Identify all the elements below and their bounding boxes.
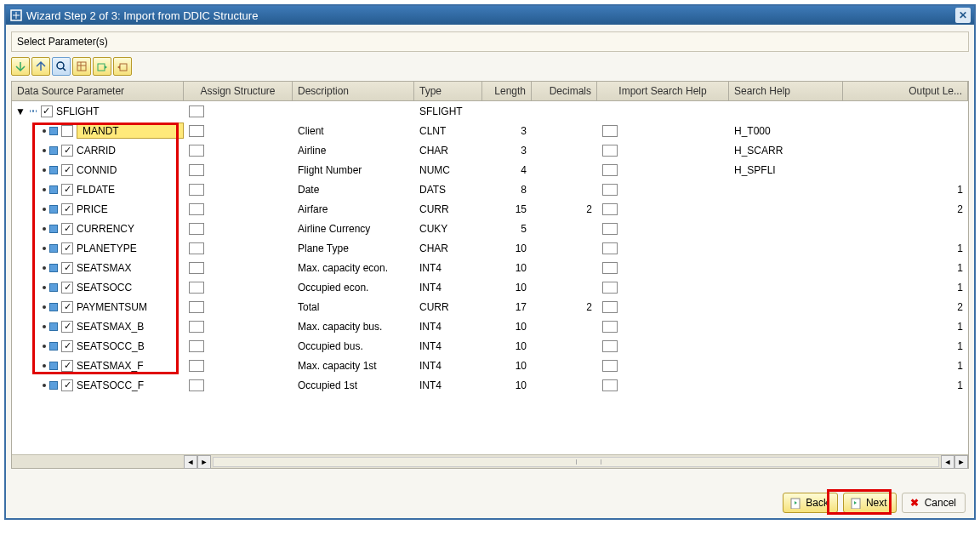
table-row[interactable]: SEATSMAX_BMax. capacity bus.INT4101 (12, 316, 968, 336)
assign-struct-checkbox[interactable] (189, 125, 204, 137)
cell-description: Date (293, 184, 414, 196)
param-checkbox[interactable] (61, 145, 73, 157)
param-checkbox[interactable] (61, 203, 73, 215)
svg-point-1 (57, 62, 64, 69)
import-sh-checkbox[interactable] (602, 262, 618, 274)
assign-struct-checkbox[interactable] (189, 203, 204, 215)
import-sh-checkbox[interactable] (602, 301, 618, 313)
import-sh-checkbox[interactable] (602, 125, 618, 137)
import-sh-checkbox[interactable] (602, 184, 618, 196)
parameter-table: Data Source Parameter Assign Structure D… (11, 81, 969, 469)
param-checkbox[interactable] (61, 223, 73, 235)
assign-struct-checkbox[interactable] (189, 379, 204, 391)
import-sh-checkbox[interactable] (602, 321, 618, 333)
cell-output-len: 1 (843, 262, 968, 274)
collapse-icon[interactable]: ▼ (15, 105, 26, 117)
cell-length: 10 (482, 379, 532, 391)
table-row[interactable]: PLANETYPEPlane TypeCHAR101 (12, 238, 968, 258)
scroll-right[interactable]: ► (954, 455, 968, 469)
param-checkbox[interactable] (61, 379, 73, 391)
collapse-all-button[interactable] (31, 57, 50, 76)
import-sh-checkbox[interactable] (602, 242, 618, 254)
root-checkbox[interactable] (41, 105, 53, 117)
table-row[interactable]: CURRENCYAirline CurrencyCUKY5 (12, 219, 968, 238)
import-sh-checkbox[interactable] (602, 360, 618, 372)
param-checkbox[interactable] (61, 184, 73, 196)
bullet-icon (43, 325, 46, 328)
scroll-left-tree[interactable]: ◄ (184, 455, 197, 469)
window-title: Wizard Step 2 of 3: Import from DDIC Str… (26, 9, 955, 22)
col-description[interactable]: Description (293, 82, 414, 100)
param-checkbox[interactable] (61, 242, 73, 254)
assign-struct-checkbox[interactable] (189, 360, 204, 372)
expand-all-button[interactable] (11, 57, 30, 76)
assign-struct-checkbox[interactable] (189, 321, 204, 333)
cancel-icon: ✖ (908, 496, 921, 510)
param-checkbox[interactable] (61, 301, 73, 313)
assign-struct-checkbox[interactable] (189, 242, 204, 254)
param-checkbox[interactable] (61, 125, 73, 137)
table-row[interactable]: SEATSOCC_BOccupied bus.INT4101 (12, 336, 968, 356)
param-checkbox[interactable] (61, 262, 73, 274)
table-row[interactable]: CARRIDAirlineCHAR3H_SCARR (12, 140, 968, 160)
table-row[interactable]: PAYMENTSUMTotalCURR1722 (12, 297, 968, 316)
import-sh-checkbox[interactable] (602, 223, 618, 235)
scroll-right-tree[interactable]: ► (197, 455, 211, 469)
col-search-help[interactable]: Search Help (729, 82, 843, 100)
back-label: Back (806, 497, 829, 509)
table-row[interactable]: SEATSOCCOccupied econ.INT4101 (12, 277, 968, 297)
horizontal-scrollbar[interactable]: ◄ ► ◄ ► (12, 454, 968, 468)
param-checkbox[interactable] (61, 282, 73, 294)
scroll-left[interactable]: ◄ (941, 455, 954, 469)
param-checkbox[interactable] (61, 360, 73, 372)
table-row[interactable]: SEATSOCC_FOccupied 1stINT4101 (12, 375, 968, 395)
export-button[interactable] (113, 57, 132, 76)
table-row[interactable]: CONNIDFlight NumberNUMC4H_SPFLI (12, 160, 968, 180)
back-button[interactable]: Back (783, 493, 838, 513)
layout-button[interactable] (72, 57, 91, 76)
import-button[interactable] (93, 57, 111, 76)
col-import-search-help[interactable]: Import Search Help (597, 82, 729, 100)
assign-struct-checkbox[interactable] (189, 105, 204, 117)
table-row[interactable]: SEATSMAX_FMax. capacity 1stINT4101 (12, 356, 968, 375)
field-icon (49, 342, 58, 351)
field-icon (49, 362, 58, 370)
import-sh-checkbox[interactable] (602, 340, 618, 352)
col-decimals[interactable]: Decimals (532, 82, 597, 100)
close-button[interactable]: ✕ (955, 8, 971, 23)
col-output-length[interactable]: Output Le... (843, 82, 968, 100)
table-row[interactable]: FLDATEDateDATS81 (12, 180, 968, 199)
assign-struct-checkbox[interactable] (189, 282, 204, 294)
col-length[interactable]: Length (482, 82, 532, 100)
table-row[interactable]: SEATSMAXMax. capacity econ.INT4101 (12, 258, 968, 277)
assign-struct-checkbox[interactable] (189, 223, 204, 235)
assign-struct-checkbox[interactable] (189, 184, 204, 196)
table-row[interactable]: MANDTClientCLNT3H_T000 (12, 121, 968, 140)
next-button[interactable]: Next (843, 493, 897, 513)
table-row[interactable]: PRICEAirfareCURR1522 (12, 199, 968, 219)
import-sh-checkbox[interactable] (602, 282, 618, 294)
cell-type: INT4 (414, 360, 482, 372)
import-sh-checkbox[interactable] (602, 203, 618, 215)
import-sh-checkbox[interactable] (602, 164, 618, 176)
tree-root-row[interactable]: ▼ SFLIGHT SFLIGHT (12, 101, 968, 121)
import-sh-checkbox[interactable] (602, 379, 618, 391)
assign-struct-checkbox[interactable] (189, 145, 204, 157)
param-checkbox[interactable] (61, 340, 73, 352)
assign-struct-checkbox[interactable] (189, 262, 204, 274)
col-data-source[interactable]: Data Source Parameter (12, 82, 184, 100)
col-assign-structure[interactable]: Assign Structure (184, 82, 293, 100)
col-type[interactable]: Type (414, 82, 482, 100)
assign-struct-checkbox[interactable] (189, 340, 204, 352)
cell-type: INT4 (414, 379, 482, 391)
scroll-track[interactable] (213, 457, 939, 467)
assign-struct-checkbox[interactable] (189, 301, 204, 313)
param-checkbox[interactable] (61, 321, 73, 333)
bullet-icon (43, 129, 46, 133)
cancel-button[interactable]: ✖ Cancel (902, 493, 966, 513)
field-icon (49, 264, 58, 272)
assign-struct-checkbox[interactable] (189, 164, 204, 176)
param-checkbox[interactable] (61, 164, 73, 176)
import-sh-checkbox[interactable] (602, 145, 618, 157)
find-button[interactable] (52, 57, 71, 76)
